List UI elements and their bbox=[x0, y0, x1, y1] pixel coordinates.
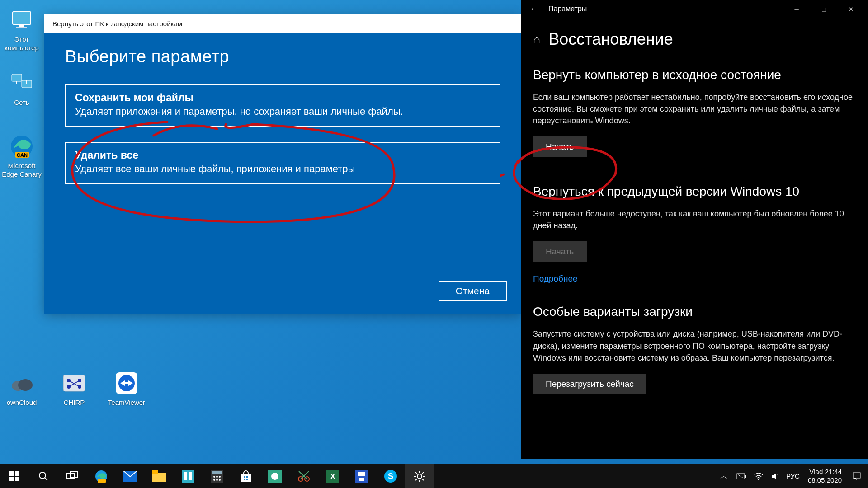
svg-point-38 bbox=[219, 476, 221, 478]
svg-rect-44 bbox=[246, 476, 248, 478]
restart-now-button[interactable]: Перезагрузить сейчас bbox=[533, 374, 646, 394]
svg-point-37 bbox=[216, 476, 218, 478]
network-icon bbox=[9, 70, 34, 96]
desktop-icon-label: TeamViewer bbox=[105, 399, 148, 407]
taskbar-app-excel[interactable]: X bbox=[318, 464, 347, 488]
svg-rect-55 bbox=[359, 478, 364, 481]
edge-icon: CAN bbox=[9, 134, 34, 159]
tray-language[interactable]: РУС bbox=[784, 464, 802, 488]
taskbar-app-save[interactable] bbox=[347, 464, 376, 488]
start-reset-button[interactable]: Начать bbox=[533, 136, 587, 157]
desktop-icon-network[interactable]: Сеть bbox=[0, 70, 43, 107]
section-heading: Вернуться к предыдущей версии Windows 10 bbox=[533, 184, 856, 199]
back-button[interactable]: ← bbox=[525, 4, 543, 14]
svg-rect-68 bbox=[745, 475, 746, 478]
section-heading: Особые варианты загрузки bbox=[533, 305, 856, 319]
taskbar-app-explorer[interactable] bbox=[145, 464, 174, 488]
option-remove-all[interactable]: Удалить все Удаляет все ваши личные файл… bbox=[65, 142, 500, 184]
teamviewer-icon bbox=[114, 371, 139, 396]
svg-point-58 bbox=[417, 474, 422, 479]
desktop-icon-label: CHIRP bbox=[52, 399, 96, 407]
search-button[interactable] bbox=[29, 464, 58, 488]
svg-rect-2 bbox=[16, 27, 27, 28]
settings-title: Параметры bbox=[543, 5, 783, 13]
svg-line-23 bbox=[45, 478, 47, 480]
svg-point-41 bbox=[219, 479, 221, 481]
settings-window: ← Параметры ─ ◻ ✕ ⌂ Восстановление Верну… bbox=[521, 0, 868, 459]
tray-overflow[interactable]: ︿ bbox=[716, 464, 733, 488]
svg-rect-43 bbox=[244, 476, 245, 478]
option-title: Удалить все bbox=[75, 149, 491, 161]
settings-titlebar: ← Параметры ─ ◻ ✕ bbox=[521, 0, 868, 18]
svg-rect-30 bbox=[152, 470, 158, 474]
chirp-icon bbox=[61, 371, 87, 396]
svg-point-70 bbox=[758, 479, 759, 480]
taskbar-app-edge[interactable] bbox=[87, 464, 116, 488]
svg-rect-33 bbox=[189, 472, 192, 480]
reset-heading: Выберите параметр bbox=[65, 47, 500, 66]
svg-line-64 bbox=[422, 479, 424, 480]
svg-rect-32 bbox=[184, 472, 187, 480]
svg-point-40 bbox=[216, 479, 218, 481]
svg-rect-31 bbox=[182, 470, 194, 483]
taskbar-app-calculator[interactable] bbox=[203, 464, 231, 488]
desktop-icon-teamviewer[interactable]: TeamViewer bbox=[105, 371, 148, 407]
svg-rect-17 bbox=[124, 382, 129, 384]
taskbar-app-generic1[interactable] bbox=[174, 464, 203, 488]
option-keep-files[interactable]: Сохранить мои файлы Удаляет приложения и… bbox=[65, 84, 500, 127]
taskbar-app-generic2[interactable] bbox=[260, 464, 289, 488]
start-button[interactable] bbox=[0, 464, 29, 488]
svg-rect-35 bbox=[212, 471, 222, 474]
desktop-icon-label: Этот компьютер bbox=[0, 35, 43, 52]
svg-point-39 bbox=[213, 479, 215, 481]
tray-volume-icon[interactable] bbox=[767, 464, 784, 488]
tray-clock[interactable]: Vlad 21:44 08.05.2020 bbox=[802, 468, 848, 485]
rollback-button-disabled: Начать bbox=[533, 241, 587, 262]
cancel-button[interactable]: Отмена bbox=[439, 281, 507, 301]
svg-rect-45 bbox=[244, 479, 245, 480]
desktop-icon-edge[interactable]: CAN Microsoft Edge Canary bbox=[0, 134, 43, 179]
svg-line-69 bbox=[738, 474, 743, 478]
svg-rect-71 bbox=[853, 473, 860, 478]
svg-rect-46 bbox=[246, 479, 248, 480]
tray-wifi-icon[interactable] bbox=[750, 464, 767, 488]
task-view-button[interactable] bbox=[58, 464, 87, 488]
svg-point-48 bbox=[271, 473, 278, 480]
svg-rect-19 bbox=[15, 471, 19, 476]
section-text: Этот вариант больше недоступен, так как … bbox=[533, 208, 856, 231]
taskbar-app-snip[interactable] bbox=[289, 464, 318, 488]
svg-rect-18 bbox=[9, 471, 14, 476]
taskbar-app-skype[interactable]: S bbox=[376, 464, 405, 488]
svg-line-66 bbox=[415, 479, 417, 480]
learn-more-link[interactable]: Подробнее bbox=[533, 274, 578, 284]
svg-point-9 bbox=[18, 379, 33, 391]
svg-rect-42 bbox=[241, 474, 251, 482]
close-button[interactable]: ✕ bbox=[837, 0, 864, 18]
svg-rect-3 bbox=[12, 74, 22, 81]
taskbar-app-settings-active[interactable] bbox=[405, 464, 434, 488]
taskbar: X S ︿ РУС Vlad 21:44 08.05.2020 bbox=[0, 464, 868, 488]
tray-notifications-icon[interactable] bbox=[848, 464, 865, 488]
svg-rect-20 bbox=[9, 477, 14, 481]
cloud-icon bbox=[9, 371, 34, 396]
home-icon[interactable]: ⌂ bbox=[533, 33, 540, 47]
taskbar-app-mail[interactable] bbox=[116, 464, 145, 488]
tray-battery-icon[interactable] bbox=[733, 464, 750, 488]
taskbar-app-store[interactable] bbox=[231, 464, 260, 488]
desktop-icon-this-pc[interactable]: Этот компьютер bbox=[0, 7, 43, 52]
option-desc: Удаляет приложения и параметры, но сохра… bbox=[75, 106, 491, 117]
svg-rect-54 bbox=[358, 472, 365, 476]
desktop-icon-label: Microsoft Edge Canary bbox=[0, 162, 43, 179]
desktop-icon-owncloud[interactable]: ownCloud bbox=[0, 371, 43, 407]
svg-text:S: S bbox=[388, 472, 393, 481]
tray-date: 08.05.2020 bbox=[808, 476, 842, 485]
section-text: Если ваш компьютер работает нестабильно,… bbox=[533, 91, 856, 127]
minimize-button[interactable]: ─ bbox=[783, 0, 810, 18]
tray-time: 21:44 bbox=[825, 468, 842, 475]
svg-rect-1 bbox=[19, 25, 24, 27]
desktop-icon-chirp[interactable]: CHIRP bbox=[52, 371, 96, 407]
maximize-button[interactable]: ◻ bbox=[810, 0, 837, 18]
svg-rect-0 bbox=[13, 12, 31, 24]
gear-icon bbox=[413, 470, 426, 483]
desktop-icon-label: ownCloud bbox=[0, 399, 43, 407]
